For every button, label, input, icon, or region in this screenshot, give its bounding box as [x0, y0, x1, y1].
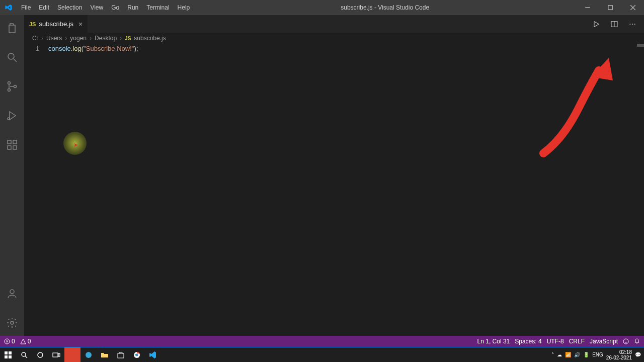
more-actions-button[interactable] — [627, 19, 638, 30]
taskbar-chrome-icon[interactable] — [129, 347, 145, 363]
svg-rect-38 — [118, 353, 124, 358]
tray-notifications-icon[interactable]: 💬 — [635, 352, 641, 357]
menu-selection[interactable]: Selection — [53, 0, 86, 15]
tray-language[interactable]: ENG — [592, 352, 603, 357]
tray-volume-icon[interactable]: 🔊 — [574, 352, 580, 357]
status-encoding[interactable]: UTF-8 — [547, 338, 564, 345]
js-file-icon: JS — [29, 21, 36, 27]
explorer-icon[interactable] — [0, 18, 24, 38]
crumb[interactable]: Users — [46, 35, 62, 42]
menu-run[interactable]: Run — [123, 0, 142, 15]
start-button[interactable] — [0, 347, 16, 363]
svg-rect-12 — [8, 146, 11, 149]
tray-chevron-icon[interactable]: ˄ — [551, 352, 554, 357]
status-cursor-pos[interactable]: Ln 1, Col 31 — [477, 338, 510, 345]
svg-rect-29 — [9, 351, 12, 354]
editor: JS subscribe.js × C: › Users › — [24, 15, 644, 336]
cortana-icon[interactable] — [32, 347, 48, 363]
run-code-button[interactable] — [591, 19, 602, 30]
svg-point-22 — [634, 24, 635, 25]
svg-point-21 — [632, 24, 633, 25]
accounts-icon[interactable] — [0, 284, 24, 304]
svg-rect-30 — [5, 355, 8, 358]
status-bar: 0 0 Ln 1, Col 31 Spaces: 4 UTF-8 CRLF Ja… — [0, 336, 644, 347]
menu-edit[interactable]: Edit — [35, 0, 53, 15]
svg-rect-14 — [13, 140, 17, 144]
tray-onedrive-icon[interactable]: ☁ — [557, 352, 562, 357]
status-warnings[interactable]: 0 — [20, 338, 31, 345]
chevron-right-icon: › — [120, 35, 122, 42]
status-errors[interactable]: 0 — [4, 338, 15, 345]
tray-clock[interactable]: 02:18 26-02-2021 — [606, 349, 632, 360]
crumb[interactable]: C: — [32, 35, 38, 42]
taskbar-app-1[interactable] — [64, 347, 80, 363]
svg-point-10 — [8, 118, 10, 120]
minimap[interactable] — [637, 44, 644, 47]
svg-rect-35 — [53, 353, 58, 357]
code-line[interactable]: console.log("Subscribe Now!"); — [48, 44, 138, 53]
svg-point-15 — [10, 290, 14, 294]
taskbar-store-icon[interactable] — [113, 347, 129, 363]
svg-point-32 — [22, 352, 26, 356]
menu-help[interactable]: Help — [174, 0, 194, 15]
status-eol[interactable]: CRLF — [569, 338, 585, 345]
activity-bar — [0, 15, 24, 336]
breadcrumb[interactable]: C: › Users › yogen › Desktop › JS subscr… — [24, 33, 644, 44]
status-spaces[interactable]: Spaces: 4 — [515, 338, 541, 345]
svg-marker-17 — [594, 21, 599, 27]
svg-rect-13 — [13, 146, 17, 149]
settings-gear-icon[interactable] — [0, 313, 24, 333]
svg-point-27 — [623, 339, 628, 344]
menu-file[interactable]: File — [17, 0, 35, 15]
windows-taskbar: ˄ ☁ 📶 🔊 🔋 ENG 02:18 26-02-2021 💬 — [0, 347, 644, 362]
taskbar-search-icon[interactable] — [16, 347, 32, 363]
svg-line-5 — [14, 59, 17, 62]
title-bar: File Edit Selection View Go Run Terminal… — [0, 0, 644, 15]
code-editor[interactable]: 1 console.log("Subscribe Now!"); ➤ — [24, 44, 644, 336]
chevron-right-icon: › — [65, 35, 67, 42]
task-view-icon[interactable] — [48, 347, 64, 363]
tab-close-icon[interactable]: × — [78, 20, 83, 28]
svg-rect-31 — [9, 355, 12, 358]
svg-point-4 — [8, 53, 14, 59]
source-control-icon[interactable] — [0, 76, 24, 97]
svg-point-7 — [8, 89, 11, 92]
status-bell-icon[interactable] — [634, 338, 640, 344]
menu-view[interactable]: View — [86, 0, 107, 15]
minimize-button[interactable] — [576, 0, 599, 15]
cursor-icon: ➤ — [73, 142, 78, 148]
svg-marker-9 — [10, 112, 16, 120]
maximize-button[interactable] — [599, 0, 621, 15]
menu-go[interactable]: Go — [107, 0, 123, 15]
crumb-file[interactable]: subscribe.js — [134, 35, 166, 42]
status-feedback-icon[interactable] — [623, 338, 629, 344]
chevron-right-icon: › — [90, 35, 92, 42]
extensions-icon[interactable] — [0, 135, 24, 155]
search-icon[interactable] — [0, 47, 24, 67]
tray-wifi-icon[interactable]: 📶 — [565, 352, 571, 357]
crumb[interactable]: Desktop — [95, 35, 117, 42]
run-debug-icon[interactable] — [0, 106, 24, 126]
taskbar-explorer-icon[interactable] — [97, 347, 113, 363]
tray-battery-icon[interactable]: 🔋 — [583, 352, 589, 357]
vscode-logo-icon — [0, 0, 17, 15]
svg-rect-11 — [8, 140, 11, 144]
taskbar-vscode-icon[interactable] — [145, 347, 161, 363]
svg-point-34 — [38, 352, 43, 357]
status-language[interactable]: JavaScript — [590, 338, 618, 345]
menu-terminal[interactable]: Terminal — [142, 0, 173, 15]
split-editor-button[interactable] — [609, 19, 620, 30]
svg-point-6 — [8, 82, 11, 84]
taskbar-edge-icon[interactable] — [80, 347, 97, 363]
svg-point-37 — [86, 352, 92, 358]
svg-rect-36 — [58, 353, 60, 356]
close-button[interactable] — [621, 0, 644, 15]
menu-bar: File Edit Selection View Go Run Terminal… — [17, 0, 194, 15]
tab-subscribe-js[interactable]: JS subscribe.js × — [24, 15, 88, 33]
svg-rect-1 — [608, 6, 612, 10]
svg-point-20 — [629, 24, 630, 25]
window-controls — [576, 0, 644, 15]
crumb[interactable]: yogen — [70, 35, 87, 42]
window-title: subscribe.js - Visual Studio Code — [194, 4, 576, 11]
svg-rect-28 — [5, 351, 8, 354]
